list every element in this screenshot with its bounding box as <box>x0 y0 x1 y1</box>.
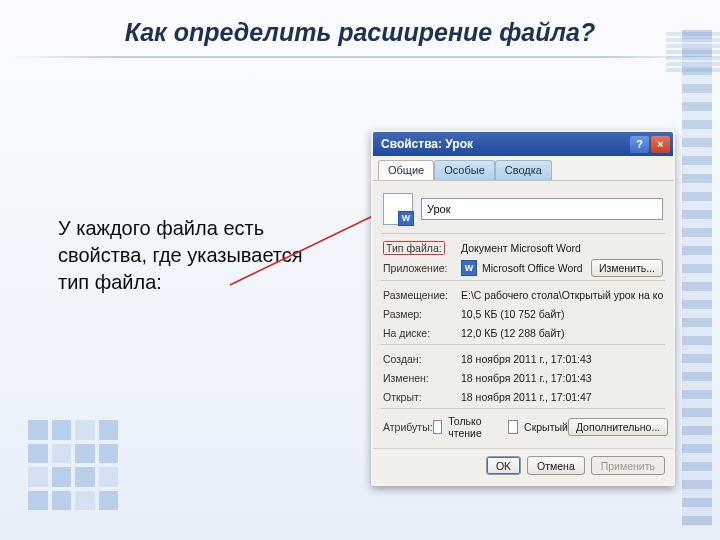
title-underline <box>10 56 710 58</box>
change-app-button[interactable]: Изменить... <box>591 259 663 277</box>
label-ondisk: На диске: <box>383 327 461 339</box>
cancel-button[interactable]: Отмена <box>527 456 585 475</box>
label-hidden: Скрытый <box>524 421 568 433</box>
label-created: Создан: <box>383 353 461 365</box>
dialog-titlebar[interactable]: Свойства: Урок ? × <box>373 132 673 156</box>
value-created: 18 ноября 2011 г., 17:01:43 <box>461 353 663 365</box>
close-button[interactable]: × <box>651 136 670 153</box>
ok-button[interactable]: OK <box>486 456 521 475</box>
decorative-squares <box>28 420 118 510</box>
label-size: Размер: <box>383 308 461 320</box>
filename-input[interactable] <box>421 198 663 220</box>
apply-button[interactable]: Применить <box>591 456 665 475</box>
value-opened: 18 ноября 2011 г., 17:01:47 <box>461 391 663 403</box>
checkbox-readonly[interactable] <box>433 420 443 434</box>
advanced-button[interactable]: Дополнительно... <box>568 418 668 436</box>
word-document-icon <box>383 193 413 225</box>
dialog-content: Тип файла: Документ Microsoft Word Прило… <box>373 181 673 448</box>
tab-general[interactable]: Общие <box>378 160 434 180</box>
value-filetype: Документ Microsoft Word <box>461 242 663 254</box>
label-attributes: Атрибуты: <box>383 421 433 433</box>
dialog-title: Свойства: Урок <box>381 137 628 151</box>
label-filetype: Тип файла: <box>383 241 445 255</box>
value-size: 10,5 КБ (10 752 байт) <box>461 308 663 320</box>
checkbox-hidden[interactable] <box>508 420 518 434</box>
tab-strip: Общие Особые Сводка <box>373 156 673 181</box>
tab-special[interactable]: Особые <box>434 160 495 180</box>
properties-dialog: Свойства: Урок ? × Общие Особые Сводка Т… <box>371 130 675 486</box>
decorative-column <box>682 30 712 526</box>
label-app: Приложение: <box>383 262 461 274</box>
value-app: Microsoft Office Word <box>482 262 591 274</box>
slide-title: Как определить расширение файла? <box>0 18 720 47</box>
word-app-icon: W <box>461 260 477 276</box>
help-button[interactable]: ? <box>630 136 649 153</box>
value-location: E:\С рабочего стола\Открытый урок на кон… <box>461 289 663 301</box>
slide-body-text: У каждого файла есть свойства, где указы… <box>58 215 318 296</box>
tab-summary[interactable]: Сводка <box>495 160 552 180</box>
label-location: Размещение: <box>383 289 461 301</box>
label-opened: Открыт: <box>383 391 461 403</box>
value-modified: 18 ноября 2011 г., 17:01:43 <box>461 372 663 384</box>
label-modified: Изменен: <box>383 372 461 384</box>
dialog-footer: OK Отмена Применить <box>373 448 673 484</box>
label-readonly: Только чтение <box>448 415 492 439</box>
value-ondisk: 12,0 КБ (12 288 байт) <box>461 327 663 339</box>
